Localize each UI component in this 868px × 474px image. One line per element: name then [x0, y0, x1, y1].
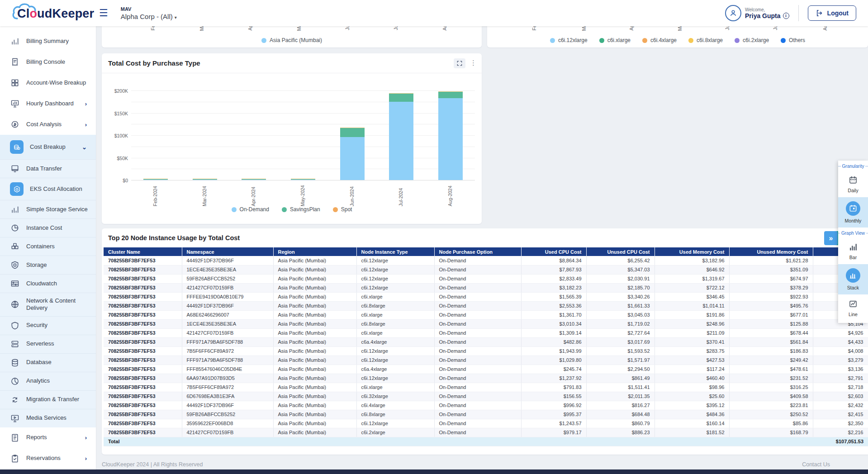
- sidebar-item-cost-analysis[interactable]: Cost Analysis›: [0, 114, 96, 135]
- table-cell: 708255BF3BF7EF53: [104, 337, 182, 346]
- legend-item[interactable]: c6i.xlarge: [599, 37, 631, 43]
- legend-item[interactable]: c6i.8xlarge: [688, 37, 723, 43]
- stacked-bar-apr-2024[interactable]: [242, 179, 266, 180]
- sidebar-item-billing-summary[interactable]: Billing Summary: [0, 31, 96, 52]
- stacked-bar-may-2024[interactable]: [291, 179, 315, 180]
- chart-menu-icon[interactable]: ⋮: [470, 62, 475, 65]
- table-cell: $922.93: [729, 292, 813, 301]
- sidebar-item-account-wise-breakup[interactable]: Account-Wise Breakup: [0, 72, 96, 93]
- table-row: 708255BF3BF7EF53421427CF07D159FBAsia Pac…: [104, 328, 868, 337]
- table-cell: [356, 437, 434, 446]
- table-cell: A68E62466296007: [182, 310, 273, 319]
- account-selector[interactable]: Alpha Corp - (All)▾: [121, 13, 177, 20]
- table-cell: On-Demand: [434, 310, 521, 319]
- legend-label: SavingsPlan: [290, 206, 320, 213]
- table-cell: $2,030.91: [586, 274, 655, 283]
- table-cell: 708255BF3BF7EF53: [104, 283, 182, 292]
- sidebar-item-migration-transfer[interactable]: Migration & Transfer: [0, 390, 96, 409]
- granularity-option-monthly[interactable]: Monthly: [838, 197, 868, 228]
- table-row: 708255BF3BF7EF53FFFEE9419D0A0B10E79Asia …: [104, 292, 868, 301]
- graph-view-option-line[interactable]: Line: [838, 294, 868, 321]
- table-cell: [729, 437, 813, 446]
- table-cell: 421427CF07D159FB: [182, 328, 273, 337]
- sidebar-item-media-services[interactable]: Media Services: [0, 409, 96, 427]
- sidebar-item-serverless[interactable]: Serverless: [0, 335, 96, 353]
- user-name: Priya Gupta: [745, 12, 781, 19]
- table-cell: $156.55: [521, 392, 586, 401]
- legend-item[interactable]: c6i.12xlarge: [550, 37, 588, 43]
- legend-item[interactable]: Spot: [333, 206, 352, 213]
- table-cell: 708255BF3BF7EF53: [104, 401, 182, 410]
- table-cell: $816.27: [586, 401, 655, 410]
- legend-item[interactable]: On-Demand: [232, 206, 269, 213]
- sidebar-item-containers[interactable]: Containers: [0, 237, 96, 256]
- table-cell: $1,014.11: [655, 301, 729, 310]
- bottom-window-bar: [0, 469, 868, 474]
- table-cell: $2,185.70: [586, 283, 655, 292]
- x-axis-label: Apr-2024: [251, 183, 256, 206]
- sidebar-item-security[interactable]: Security: [0, 316, 96, 335]
- sidebar-item-analytics[interactable]: Analytics: [0, 372, 96, 390]
- legend-item[interactable]: Asia Pacific (Mumbai): [261, 37, 322, 43]
- table-expand-button[interactable]: »: [824, 231, 838, 245]
- contact-us-link[interactable]: Contact Us: [802, 461, 830, 468]
- table-cell: c6i.2xlarge: [356, 428, 434, 437]
- table-cell: $283.75: [655, 346, 729, 356]
- sidebar-item-hourly-dashboard[interactable]: Hourly Dashboard›: [0, 93, 96, 114]
- logo-text-o: o: [29, 7, 37, 20]
- table-cell: On-Demand: [434, 401, 521, 410]
- sidebar-item-eks-cost-allocation[interactable]: EKS Cost Allocation: [0, 178, 96, 200]
- x-tick-fragment: Fe: [150, 26, 156, 30]
- table-cell: $3,017.69: [586, 337, 655, 346]
- sidebar-item-database[interactable]: Database: [0, 353, 96, 372]
- table-cell: 708255BF3BF7EF53: [104, 274, 182, 283]
- option-label: Stack: [847, 285, 859, 290]
- info-icon[interactable]: i: [783, 13, 789, 19]
- x-tick-fragment: Ju: [393, 26, 398, 30]
- table-cell: 708255BF3BF7EF53: [104, 419, 182, 428]
- legend-label: c6i.4xlarge: [650, 37, 677, 43]
- logout-icon: [816, 9, 824, 17]
- table-cell: $125.88: [729, 319, 813, 328]
- sidebar-item-simple-storage-service[interactable]: Simple Storage Service: [0, 200, 96, 218]
- legend-item[interactable]: Others: [781, 37, 805, 43]
- table-row: 708255BF3BF7EF5335959622EF006BD8Asia Pac…: [104, 419, 868, 428]
- sidebar-item-storage[interactable]: Storage: [0, 256, 96, 274]
- clock-dollar-icon: [10, 119, 20, 129]
- sidebar-item-data-transfer[interactable]: Data Transfer: [0, 159, 96, 178]
- graph-view-option-stack[interactable]: Stack: [838, 264, 868, 294]
- graph-view-option-bar[interactable]: Bar: [838, 237, 868, 264]
- table-cell: FFFEE9419D0A0B10E79: [182, 292, 273, 301]
- stacked-bar-feb-2024[interactable]: [143, 179, 168, 180]
- stacked-bar-aug-2024[interactable]: [438, 91, 463, 180]
- logout-button[interactable]: Logout: [808, 5, 856, 21]
- legend-item[interactable]: c6i.2xlarge: [735, 37, 769, 43]
- sidebar-item-cost-breakup[interactable]: Cost Breakup⌄: [0, 135, 96, 159]
- graph-view-title: Graph View: [838, 231, 868, 236]
- table-cell: 708255BF3BF7EF53: [104, 365, 182, 374]
- legend-item[interactable]: c6i.4xlarge: [642, 37, 677, 43]
- stacked-bar-jul-2024[interactable]: [389, 93, 413, 180]
- user-avatar[interactable]: [725, 5, 741, 21]
- sidebar-item-cloudwatch[interactable]: Cloudwatch: [0, 274, 96, 293]
- table-cell: c6i.8xlarge: [356, 319, 434, 328]
- legend-dot-icon: [781, 38, 786, 43]
- x-tick-fragment: Au: [442, 26, 447, 30]
- legend-item[interactable]: SavingsPlan: [282, 206, 320, 213]
- sidebar-item-reservations[interactable]: Reservations›: [0, 448, 96, 469]
- clipboard-check-icon: [10, 454, 20, 464]
- sidebar-item-reports[interactable]: Reports›: [0, 427, 96, 448]
- sidebar-item-label: Cost Breakup: [30, 143, 76, 151]
- expand-chart-icon[interactable]: [454, 58, 465, 68]
- sidebar-item-network-content-delivery[interactable]: Network & Content Delivery: [0, 293, 96, 316]
- stacked-bar-jun-2024[interactable]: [340, 128, 365, 180]
- granularity-option-daily[interactable]: Daily: [838, 171, 868, 197]
- table-cell: FFF971A79BA6F5DF788: [182, 356, 273, 365]
- hamburger-menu-icon[interactable]: ☰: [99, 8, 108, 18]
- sidebar-item-instance-cost[interactable]: Instance Cost: [0, 218, 96, 237]
- sidebar-item-label: Storage: [26, 261, 91, 269]
- table-cell: $181.52: [655, 428, 729, 437]
- table-row: 708255BF3BF7EF53A68E62466296007Asia Paci…: [104, 310, 868, 319]
- stacked-bar-mar-2024[interactable]: [193, 179, 217, 180]
- sidebar-item-billing-console[interactable]: Billing Console: [0, 52, 96, 72]
